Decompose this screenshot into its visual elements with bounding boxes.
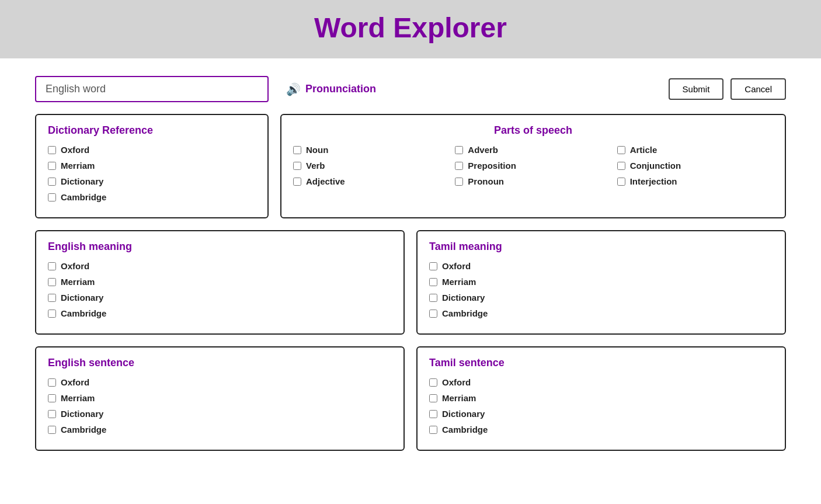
eng-sentence-label-2: Dictionary xyxy=(61,409,103,419)
dict-ref-item-1[interactable]: Merriam xyxy=(48,161,256,171)
eng-sentence-item-2[interactable]: Dictionary xyxy=(48,409,392,419)
pronunciation-label: 🔊 Pronunciation xyxy=(286,82,651,96)
tam-meaning-label-2: Dictionary xyxy=(442,293,485,303)
pos-col1-checkbox-1[interactable] xyxy=(293,162,301,170)
pos-col2-checkbox-1[interactable] xyxy=(455,162,463,170)
eng-sentence-checkbox-1[interactable] xyxy=(48,394,56,402)
dict-ref-checkbox-3[interactable] xyxy=(48,193,56,201)
tam-meaning-item-3[interactable]: Cambridge xyxy=(429,308,773,318)
english-word-input[interactable] xyxy=(35,76,269,102)
eng-meaning-checkbox-1[interactable] xyxy=(48,278,56,286)
pos-col2-label-1: Preposition xyxy=(468,161,516,171)
eng-meaning-label-2: Dictionary xyxy=(61,293,103,303)
parts-of-speech-grid: NounVerbAdjective AdverbPrepositionProno… xyxy=(293,145,773,192)
tam-meaning-label-0: Oxford xyxy=(442,261,471,271)
tam-meaning-checkbox-0[interactable] xyxy=(429,262,437,270)
eng-meaning-item-3[interactable]: Cambridge xyxy=(48,308,392,318)
pos-col3-label-0: Article xyxy=(630,145,658,155)
english-meaning-options: OxfordMerriamDictionaryCambridge xyxy=(48,261,392,318)
dict-ref-item-2[interactable]: Dictionary xyxy=(48,176,256,186)
english-sentence-title: English sentence xyxy=(48,357,392,369)
eng-sentence-label-0: Oxford xyxy=(61,377,89,387)
english-sentence-options: OxfordMerriamDictionaryCambridge xyxy=(48,377,392,435)
speaker-icon: 🔊 xyxy=(286,82,301,96)
tam-sentence-item-0[interactable]: Oxford xyxy=(429,377,773,387)
dict-ref-item-0[interactable]: Oxford xyxy=(48,145,256,155)
pos-col3-item-2[interactable]: Interjection xyxy=(617,176,773,186)
dict-ref-checkbox-0[interactable] xyxy=(48,146,56,154)
tam-meaning-checkbox-1[interactable] xyxy=(429,278,437,286)
tam-sentence-label-0: Oxford xyxy=(442,377,471,387)
tam-sentence-checkbox-2[interactable] xyxy=(429,410,437,418)
tamil-sentence-title: Tamil sentence xyxy=(429,357,773,369)
dict-ref-label-3: Cambridge xyxy=(61,192,106,202)
eng-sentence-checkbox-2[interactable] xyxy=(48,410,56,418)
english-sentence-box: English sentence OxfordMerriamDictionary… xyxy=(35,346,405,451)
pos-col1-item-0[interactable]: Noun xyxy=(293,145,449,155)
eng-meaning-label-3: Cambridge xyxy=(61,308,106,318)
eng-sentence-checkbox-3[interactable] xyxy=(48,426,56,434)
eng-sentence-item-3[interactable]: Cambridge xyxy=(48,425,392,435)
pos-col3-item-1[interactable]: Conjunction xyxy=(617,161,773,171)
pos-column-2: AdverbPrepositionPronoun xyxy=(455,145,611,192)
tam-meaning-checkbox-3[interactable] xyxy=(429,310,437,318)
dictionary-reference-box: Dictionary Reference OxfordMerriamDictio… xyxy=(35,114,269,218)
top-row: 🔊 Pronunciation Submit Cancel xyxy=(35,76,786,102)
pos-column-3: ArticleConjunctionInterjection xyxy=(617,145,773,192)
pos-col3-label-1: Conjunction xyxy=(630,161,681,171)
tam-sentence-item-2[interactable]: Dictionary xyxy=(429,409,773,419)
tam-meaning-label-3: Cambridge xyxy=(442,308,488,318)
pronunciation-text: Pronunciation xyxy=(305,83,376,95)
eng-meaning-checkbox-3[interactable] xyxy=(48,310,56,318)
dict-ref-checkbox-2[interactable] xyxy=(48,178,56,186)
cancel-button[interactable]: Cancel xyxy=(730,78,786,100)
english-meaning-box: English meaning OxfordMerriamDictionaryC… xyxy=(35,230,405,335)
dict-ref-item-3[interactable]: Cambridge xyxy=(48,192,256,202)
eng-meaning-item-0[interactable]: Oxford xyxy=(48,261,392,271)
tam-meaning-item-1[interactable]: Merriam xyxy=(429,277,773,287)
pos-col1-checkbox-2[interactable] xyxy=(293,178,301,186)
pos-col2-item-1[interactable]: Preposition xyxy=(455,161,611,171)
eng-sentence-checkbox-0[interactable] xyxy=(48,378,56,387)
pos-col1-item-1[interactable]: Verb xyxy=(293,161,449,171)
pos-col1-checkbox-0[interactable] xyxy=(293,146,301,154)
tam-sentence-label-1: Merriam xyxy=(442,393,476,403)
main-content: 🔊 Pronunciation Submit Cancel Dictionary… xyxy=(0,58,821,480)
tam-meaning-item-2[interactable]: Dictionary xyxy=(429,293,773,303)
eng-sentence-item-0[interactable]: Oxford xyxy=(48,377,392,387)
app-header: Word Explorer xyxy=(0,0,821,58)
pos-col2-item-2[interactable]: Pronoun xyxy=(455,176,611,186)
eng-meaning-label-1: Merriam xyxy=(61,277,95,287)
tam-sentence-item-1[interactable]: Merriam xyxy=(429,393,773,403)
eng-meaning-item-2[interactable]: Dictionary xyxy=(48,293,392,303)
submit-button[interactable]: Submit xyxy=(669,78,724,100)
tamil-sentence-options: OxfordMerriamDictionaryCambridge xyxy=(429,377,773,435)
dict-ref-label-1: Merriam xyxy=(61,161,95,171)
eng-meaning-checkbox-2[interactable] xyxy=(48,294,56,302)
sections-row2: English meaning OxfordMerriamDictionaryC… xyxy=(35,230,786,335)
eng-sentence-label-3: Cambridge xyxy=(61,425,106,435)
eng-meaning-checkbox-0[interactable] xyxy=(48,262,56,270)
tam-sentence-item-3[interactable]: Cambridge xyxy=(429,425,773,435)
action-buttons: Submit Cancel xyxy=(669,78,786,100)
tam-sentence-label-2: Dictionary xyxy=(442,409,485,419)
tamil-sentence-box: Tamil sentence OxfordMerriamDictionaryCa… xyxy=(416,346,786,451)
pos-col3-item-0[interactable]: Article xyxy=(617,145,773,155)
dictionary-reference-title: Dictionary Reference xyxy=(48,124,256,137)
pos-col3-checkbox-2[interactable] xyxy=(617,178,625,186)
eng-sentence-item-1[interactable]: Merriam xyxy=(48,393,392,403)
tam-sentence-checkbox-1[interactable] xyxy=(429,394,437,402)
tam-sentence-checkbox-3[interactable] xyxy=(429,426,437,434)
pos-col2-label-0: Adverb xyxy=(468,145,498,155)
tam-meaning-checkbox-2[interactable] xyxy=(429,294,437,302)
pos-col1-item-2[interactable]: Adjective xyxy=(293,176,449,186)
pos-col2-item-0[interactable]: Adverb xyxy=(455,145,611,155)
dict-ref-checkbox-1[interactable] xyxy=(48,162,56,170)
pos-col3-checkbox-0[interactable] xyxy=(617,146,625,154)
eng-meaning-item-1[interactable]: Merriam xyxy=(48,277,392,287)
tam-meaning-item-0[interactable]: Oxford xyxy=(429,261,773,271)
pos-col3-checkbox-1[interactable] xyxy=(617,162,625,170)
pos-col2-checkbox-2[interactable] xyxy=(455,178,463,186)
pos-col2-checkbox-0[interactable] xyxy=(455,146,463,154)
tam-sentence-checkbox-0[interactable] xyxy=(429,378,437,387)
